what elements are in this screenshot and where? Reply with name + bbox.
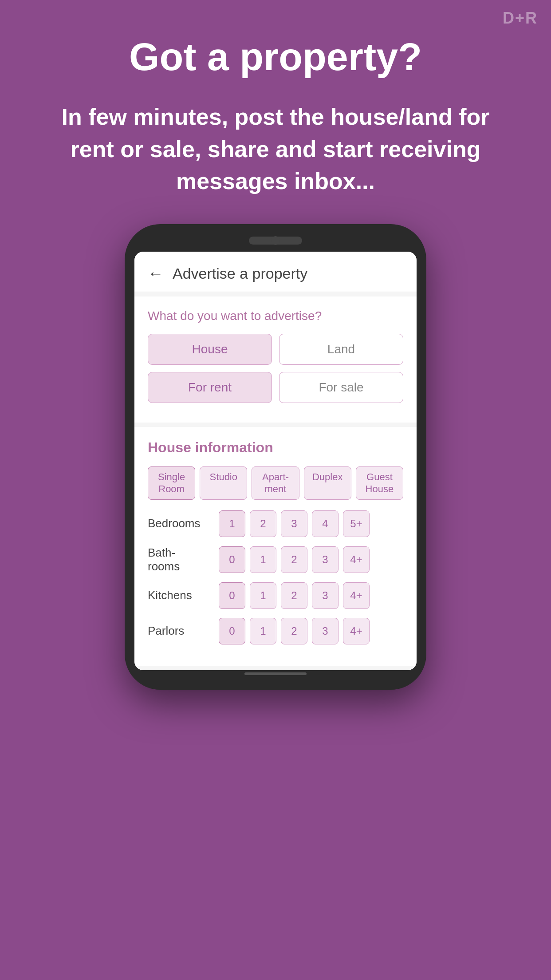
bedrooms-buttons: 1 2 3 4 5+ (219, 510, 403, 537)
parlors-4plus[interactable]: 4+ (343, 618, 370, 644)
parlors-row: Parlors 0 1 2 3 4+ (148, 618, 403, 644)
house-info-section: House information SingleRoom Studio Apar… (134, 427, 417, 666)
bedrooms-4[interactable]: 4 (312, 510, 338, 537)
bedrooms-row: Bedrooms 1 2 3 4 5+ (148, 510, 403, 537)
chip-studio[interactable]: Studio (200, 466, 247, 500)
phone-bottom-bar (134, 670, 417, 677)
kitchens-buttons: 0 1 2 3 4+ (219, 582, 403, 609)
phone-camera (271, 236, 280, 245)
chip-guest-house[interactable]: GuestHouse (356, 466, 403, 500)
phone-mockup: ← Advertise a property What do you want … (125, 224, 426, 690)
for-sale-button[interactable]: For sale (279, 372, 403, 403)
bathrooms-3[interactable]: 3 (312, 546, 338, 573)
parlors-buttons: 0 1 2 3 4+ (219, 618, 403, 644)
bathrooms-4plus[interactable]: 4+ (343, 546, 370, 573)
parlors-label: Parlors (148, 624, 219, 638)
kitchens-1[interactable]: 1 (250, 582, 276, 609)
chip-apartment[interactable]: Apart-ment (252, 466, 299, 500)
chip-single-room[interactable]: SingleRoom (148, 466, 195, 500)
bedrooms-3[interactable]: 3 (281, 510, 307, 537)
page-title: Advertise a property (173, 265, 307, 282)
subheadline: In few minutes, post the house/land for … (35, 101, 516, 198)
type-button-row: House Land (148, 334, 403, 365)
land-type-button[interactable]: Land (279, 334, 403, 365)
kitchens-label: Kitchens (148, 589, 219, 602)
dr-logo: D+R (503, 9, 538, 28)
chip-duplex[interactable]: Duplex (304, 466, 351, 500)
bedrooms-5plus[interactable]: 5+ (343, 510, 370, 537)
house-type-chips: SingleRoom Studio Apart-ment Duplex Gues… (148, 466, 403, 500)
bedrooms-2[interactable]: 2 (250, 510, 276, 537)
parlors-0[interactable]: 0 (219, 618, 245, 644)
kitchens-3[interactable]: 3 (312, 582, 338, 609)
kitchens-2[interactable]: 2 (281, 582, 307, 609)
advertise-section: What do you want to advertise? House Lan… (134, 296, 417, 423)
bathrooms-2[interactable]: 2 (281, 546, 307, 573)
bathrooms-buttons: 0 1 2 3 4+ (219, 546, 403, 573)
parlors-3[interactable]: 3 (312, 618, 338, 644)
listing-button-row: For rent For sale (148, 372, 403, 403)
advertise-question: What do you want to advertise? (148, 309, 403, 323)
app-header: ← Advertise a property (134, 252, 417, 292)
parlors-1[interactable]: 1 (250, 618, 276, 644)
house-type-button[interactable]: House (148, 334, 272, 365)
bathrooms-1[interactable]: 1 (250, 546, 276, 573)
kitchens-0[interactable]: 0 (219, 582, 245, 609)
bedrooms-1[interactable]: 1 (219, 510, 245, 537)
kitchens-row: Kitchens 0 1 2 3 4+ (148, 582, 403, 609)
parlors-2[interactable]: 2 (281, 618, 307, 644)
phone-top-bar (134, 237, 417, 245)
bedrooms-label: Bedrooms (148, 517, 219, 530)
home-indicator (244, 672, 307, 675)
kitchens-4plus[interactable]: 4+ (343, 582, 370, 609)
back-button[interactable]: ← (148, 264, 164, 283)
for-rent-button[interactable]: For rent (148, 372, 272, 403)
phone-screen: ← Advertise a property What do you want … (134, 252, 417, 670)
bathrooms-label: Bath-rooms (148, 546, 219, 573)
bathrooms-row: Bath-rooms 0 1 2 3 4+ (148, 546, 403, 573)
house-info-title: House information (148, 439, 403, 456)
headline: Got a property? (129, 36, 422, 79)
bathrooms-0[interactable]: 0 (219, 546, 245, 573)
